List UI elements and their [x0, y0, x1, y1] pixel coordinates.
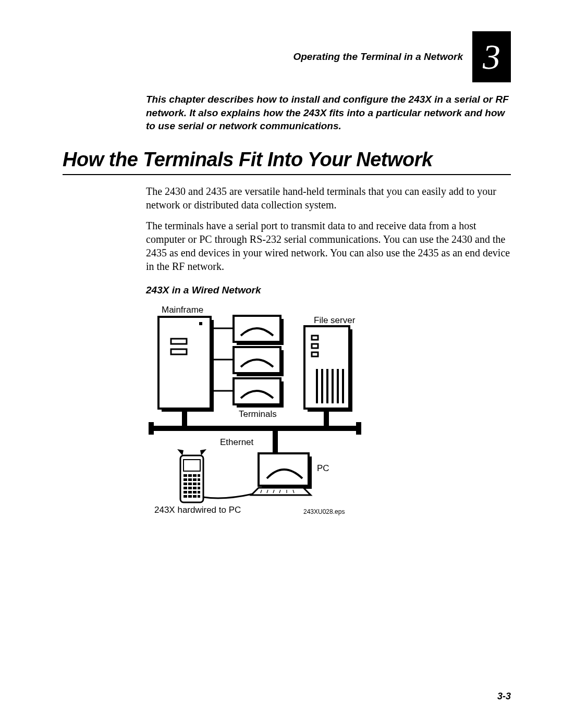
label-mainframe: Mainframe: [162, 305, 203, 315]
svg-rect-54: [188, 487, 192, 489]
diagram-title: 243X in a Wired Network: [146, 285, 511, 296]
svg-rect-51: [193, 483, 197, 485]
svg-rect-1: [158, 317, 211, 409]
handheld-icon: [177, 449, 206, 502]
chapter-number-box: 3: [472, 31, 511, 82]
svg-rect-52: [198, 483, 200, 485]
svg-rect-59: [193, 491, 197, 493]
svg-rect-55: [193, 487, 197, 489]
section-heading: How the Terminals Fit Into Your Network: [63, 149, 511, 171]
label-handheld: 243X hardwired to PC: [154, 505, 241, 515]
svg-rect-49: [183, 483, 187, 485]
body-text: The 2430 and 2435 are versatile hand-hel…: [146, 184, 511, 273]
svg-rect-46: [188, 478, 192, 481]
svg-rect-60: [198, 491, 200, 493]
svg-rect-50: [188, 483, 192, 485]
svg-rect-53: [183, 487, 187, 489]
label-eps: 243XU028.eps: [303, 508, 345, 515]
page-number: 3-3: [497, 691, 511, 702]
page-header: Operating the Terminal in a Network 3: [63, 31, 511, 82]
svg-rect-2: [199, 322, 202, 325]
label-terminals: Terminals: [239, 409, 277, 419]
svg-rect-43: [193, 474, 197, 477]
body-paragraph-1: The 2430 and 2435 are versatile hand-hel…: [146, 184, 511, 212]
svg-rect-56: [198, 487, 200, 489]
terminal-icons: [234, 316, 284, 408]
section-rule: [63, 174, 511, 175]
svg-rect-48: [198, 478, 200, 481]
svg-rect-40: [183, 460, 200, 471]
diagram-svg: Mainframe File server: [146, 301, 427, 541]
network-diagram: Mainframe File server: [146, 301, 511, 541]
svg-rect-62: [188, 495, 192, 498]
svg-rect-63: [193, 495, 197, 498]
svg-rect-45: [183, 478, 187, 481]
svg-rect-44: [198, 474, 200, 477]
svg-rect-64: [198, 495, 200, 498]
svg-rect-41: [183, 474, 187, 477]
label-pc: PC: [317, 463, 329, 473]
svg-rect-61: [183, 495, 187, 498]
label-ethernet: Ethernet: [220, 437, 254, 447]
body-paragraph-2: The terminals have a serial port to tran…: [146, 219, 511, 273]
svg-rect-58: [188, 491, 192, 493]
running-title: Operating the Terminal in a Network: [293, 51, 463, 63]
page: Operating the Terminal in a Network 3 Th…: [0, 0, 563, 728]
svg-rect-57: [183, 491, 187, 493]
svg-rect-47: [193, 478, 197, 481]
chapter-intro: This chapter describes how to install an…: [146, 93, 511, 133]
chapter-number: 3: [483, 39, 500, 75]
svg-rect-42: [188, 474, 192, 477]
label-file-server: File server: [314, 315, 356, 325]
